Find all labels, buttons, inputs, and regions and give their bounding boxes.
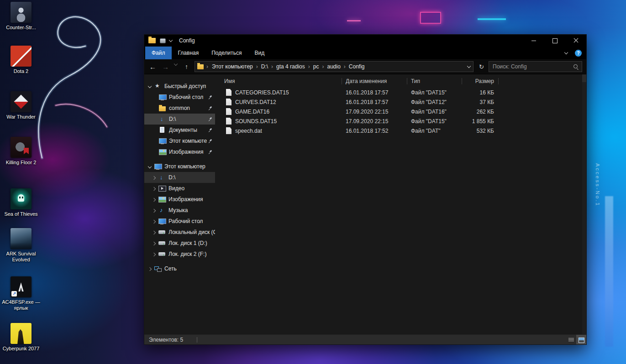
sidebar-item[interactable]: Лок. диск 2 (F:) (144, 249, 215, 260)
ribbon-tab[interactable]: Файл (145, 47, 172, 59)
expand-chevron-icon[interactable] (151, 240, 157, 246)
expand-chevron-icon[interactable] (151, 251, 157, 257)
status-bar: Элементов: 5 (144, 334, 586, 344)
desktop-icon-label: AC4BFSP.exe — ярлык (1, 299, 41, 311)
file-row[interactable]: CATEGORIES.DAT15 16.01.2018 17:57 Файл "… (215, 88, 582, 97)
sidebar-item-label: Видео (168, 185, 215, 192)
search-icon[interactable] (573, 64, 579, 69)
expand-chevron-icon[interactable] (147, 266, 153, 272)
quick-access-toolbar-icon[interactable] (160, 38, 166, 43)
file-row[interactable]: speech.dat 16.01.2018 17:52 Файл "DAT" 5… (215, 126, 582, 135)
details-view-button[interactable] (566, 335, 576, 344)
sidebar-item-icon (154, 83, 161, 89)
desktop-icon-image (11, 46, 32, 67)
desktop-icon[interactable]: ARK Survival Evolved (1, 228, 41, 263)
sidebar-item[interactable]: D:\ (144, 172, 215, 183)
sidebar-item-label: Документы (169, 127, 207, 133)
address-dropdown-chevron-icon[interactable] (466, 63, 472, 70)
column-header[interactable]: Размер (462, 76, 499, 87)
refresh-icon[interactable] (476, 61, 487, 73)
sidebar-item[interactable]: Рабочий стол (144, 216, 215, 227)
close-button[interactable] (565, 35, 586, 47)
help-icon[interactable] (575, 50, 582, 57)
desktop-icon[interactable]: Sea of Thieves (1, 188, 41, 217)
sidebar-item[interactable]: Сеть (144, 263, 215, 274)
recent-locations-chevron-icon[interactable] (173, 61, 179, 73)
breadcrumb-item[interactable]: D:\ (259, 63, 274, 70)
expand-ribbon-chevron-icon[interactable] (563, 50, 569, 56)
sidebar-item[interactable]: Этот компьютер (144, 135, 215, 146)
pin-icon (209, 150, 213, 155)
sidebar-item-label: Изображения (168, 196, 215, 203)
status-divider (197, 337, 197, 343)
sidebar-item[interactable]: Локальный диск (C (144, 227, 215, 238)
sidebar-item[interactable]: Рабочий стол (144, 92, 215, 103)
explorer-window: Config ФайлГлавнаяПоделитьсяВид (144, 34, 587, 345)
sidebar-item-label: Этот компьютер (164, 163, 215, 170)
breadcrumb-item[interactable]: audio (325, 63, 347, 70)
expand-chevron-icon[interactable] (151, 175, 157, 181)
desktop-icon[interactable]: Counter-Str... (1, 2, 41, 31)
ribbon-tab[interactable]: Вид (248, 47, 271, 59)
column-header[interactable]: Имя (215, 76, 342, 87)
sidebar-item[interactable]: Изображения (144, 194, 215, 205)
sidebar-item-label: Рабочий стол (168, 218, 215, 224)
expand-chevron-icon[interactable] (151, 197, 157, 203)
desktop-icon[interactable]: Cyberpunk 2077 (1, 323, 41, 352)
large-icons-view-button[interactable] (576, 335, 586, 344)
file-name: CURVES.DAT12 (235, 99, 276, 105)
sidebar-item[interactable]: Этот компьютер (144, 161, 215, 172)
title-bar[interactable]: Config (144, 35, 586, 47)
expand-chevron-icon[interactable] (147, 164, 153, 170)
file-type: Файл "DAT" (407, 128, 462, 134)
desktop-icon-image (11, 228, 32, 249)
back-button[interactable] (147, 61, 158, 73)
sidebar-item-label: common (169, 105, 207, 111)
file-icon (226, 89, 231, 96)
desktop-icon[interactable]: Dota 2 (1, 46, 41, 74)
sidebar-item[interactable]: Видео (144, 183, 215, 194)
expand-chevron-icon[interactable] (151, 229, 157, 235)
sidebar-item[interactable]: D:\ (144, 114, 215, 125)
sidebar-item[interactable]: Изображения (144, 146, 215, 157)
toolbar-dropdown-chevron-icon[interactable] (168, 37, 174, 44)
file-row[interactable]: SOUNDS.DAT15 17.09.2020 22:15 Файл "DAT1… (215, 116, 582, 126)
scrollbar[interactable] (582, 74, 586, 334)
column-header[interactable]: Дата изменения (342, 76, 407, 87)
sidebar-item[interactable]: Лок. диск 1 (D:) (144, 238, 215, 249)
forward-button[interactable] (160, 61, 171, 73)
breadcrumb-item[interactable]: Этот компьютер (210, 63, 259, 70)
sidebar-item[interactable]: Музыка (144, 205, 215, 216)
column-header[interactable]: Тип (407, 76, 462, 87)
desktop-icon[interactable]: War Thunder (1, 91, 41, 120)
file-row[interactable]: CURVES.DAT12 16.01.2018 17:57 Файл "DAT1… (215, 97, 582, 107)
address-bar[interactable]: Этот компьютер D:\ gta 4 radios pc audio… (195, 61, 473, 72)
breadcrumb-item[interactable]: Config (347, 63, 367, 70)
desktop-icon[interactable]: Killing Floor 2 (1, 137, 41, 166)
file-size: 262 КБ (462, 109, 499, 115)
file-name-cell: speech.dat (215, 127, 342, 134)
sidebar-item[interactable]: Документы (144, 125, 215, 135)
file-row[interactable]: GAME.DAT16 17.09.2020 22:15 Файл "DAT16"… (215, 107, 582, 116)
expand-chevron-icon[interactable] (147, 83, 153, 89)
breadcrumb-item-label: Этот компьютер (210, 63, 255, 70)
sidebar-item[interactable]: common (144, 103, 215, 114)
sidebar-item-icon (154, 265, 161, 272)
expand-chevron-icon[interactable] (151, 186, 157, 192)
expand-chevron-icon[interactable] (151, 208, 157, 213)
breadcrumb-item[interactable]: pc (311, 63, 326, 70)
ribbon-tab[interactable]: Главная (172, 47, 205, 59)
breadcrumb-item[interactable]: gta 4 radios (274, 63, 311, 70)
file-name-cell: GAME.DAT16 (215, 108, 342, 115)
up-button[interactable] (181, 61, 192, 73)
search-input[interactable] (489, 63, 582, 70)
minimize-button[interactable] (523, 35, 544, 47)
file-icon (226, 127, 231, 134)
ribbon-tab[interactable]: Поделиться (205, 47, 248, 59)
folder-icon (148, 38, 156, 43)
desktop-icon[interactable]: AC4BFSP.exe — ярлык (1, 276, 41, 311)
maximize-button[interactable] (544, 35, 565, 47)
breadcrumb-item-label: gta 4 radios (274, 63, 307, 70)
sidebar-item[interactable]: Быстрый доступ (144, 81, 215, 92)
expand-chevron-icon[interactable] (151, 218, 157, 224)
